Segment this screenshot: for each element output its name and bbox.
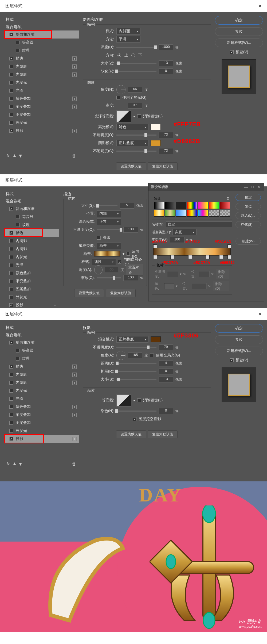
ge-save-button[interactable]: 存储(S)... (235, 221, 261, 228)
preset-swatch[interactable] (154, 202, 164, 209)
checkbox-icon[interactable] (16, 215, 19, 219)
highlight-dropdown[interactable]: 滤色 (116, 124, 148, 130)
shadow-color-swatch[interactable] (151, 336, 161, 342)
highlight-color-swatch[interactable] (151, 124, 161, 130)
checkbox-icon[interactable] (9, 287, 13, 291)
effect-outer-glow[interactable]: 外发光 (4, 119, 79, 127)
opacity-s-slider[interactable] (116, 151, 156, 152)
stop-color-swatch[interactable] (164, 283, 174, 289)
effect-contour[interactable]: 等高线 (4, 213, 59, 221)
checkbox-icon[interactable] (9, 73, 13, 76)
checkbox-icon[interactable] (9, 33, 13, 36)
add-icon[interactable]: + (72, 129, 77, 133)
distance-input[interactable]: 4 (159, 361, 173, 366)
contour-picker[interactable] (116, 110, 131, 122)
smooth-input[interactable]: 100 (170, 237, 184, 243)
preset-swatch[interactable] (154, 210, 164, 217)
checkbox-icon[interactable] (9, 397, 13, 401)
set-default-button[interactable]: 设置为默认值 (116, 162, 146, 170)
preset-swatch[interactable] (198, 202, 208, 209)
method-dropdown[interactable]: 平滑 (116, 36, 140, 43)
angle-dial[interactable] (116, 351, 125, 360)
styles-header[interactable]: 样式 (4, 190, 59, 198)
checkbox-icon[interactable] (9, 239, 13, 243)
effect-texture[interactable]: 纹理 (4, 221, 59, 229)
effect-satin[interactable]: 光泽 (4, 261, 59, 269)
blend-dropdown[interactable]: 正片叠底 (116, 336, 148, 343)
cancel-button[interactable]: 复位 (215, 335, 263, 344)
shadow-color-swatch[interactable] (151, 140, 161, 146)
checkbox-icon[interactable] (9, 295, 13, 299)
opacity-input[interactable]: 79 (159, 344, 173, 350)
add-icon[interactable]: + (53, 239, 57, 243)
preview-checkbox[interactable] (230, 50, 234, 54)
knockout-checkbox[interactable] (133, 417, 136, 421)
antialias-checkbox[interactable] (137, 114, 141, 118)
style-dropdown[interactable]: 内斜面 (116, 28, 140, 34)
spread-slider[interactable] (116, 371, 156, 372)
ok-button[interactable]: 确定 (215, 324, 263, 333)
effect-inner-shadow[interactable]: 内阴影+ (4, 63, 79, 71)
color-stop[interactable] (188, 255, 192, 259)
scale-input[interactable]: 100 (123, 275, 138, 281)
add-icon[interactable]: + (72, 437, 77, 441)
effect-color-overlay[interactable]: 颜色叠加+ (4, 95, 79, 103)
ge-ok-button[interactable]: 确定 (235, 194, 261, 201)
add-icon[interactable]: + (72, 72, 77, 77)
checkbox-icon[interactable] (9, 89, 13, 93)
checkbox-icon[interactable] (16, 357, 19, 361)
preset-swatch[interactable] (187, 210, 197, 217)
add-icon[interactable]: + (53, 247, 57, 251)
soften-slider[interactable] (116, 71, 156, 72)
add-icon[interactable]: + (72, 373, 77, 377)
opacity-slider[interactable] (97, 229, 121, 230)
checkbox-icon[interactable] (9, 373, 13, 377)
checkbox-icon[interactable] (16, 41, 19, 44)
effect-bevel[interactable]: 斜面和浮雕 (4, 30, 79, 39)
add-icon[interactable]: + (72, 413, 77, 417)
effect-drop-shadow[interactable]: 投影+ (4, 127, 79, 135)
contour-picker[interactable] (116, 394, 131, 407)
angle-dial[interactable] (116, 85, 125, 94)
add-icon[interactable]: + (72, 105, 77, 109)
effect-outer-glow[interactable]: 外发光 (4, 427, 79, 435)
opacity-stop[interactable] (153, 244, 157, 248)
trash-icon[interactable]: 🗑 (72, 462, 76, 466)
effect-drop-shadow[interactable]: 投影+ (4, 435, 79, 443)
preset-swatch[interactable] (220, 202, 230, 209)
arrow-up-icon[interactable]: ⯅ (13, 462, 17, 466)
add-icon[interactable]: + (72, 365, 77, 369)
depth-slider[interactable] (116, 47, 156, 48)
checkbox-icon[interactable] (9, 413, 13, 417)
checkbox-icon[interactable] (9, 129, 13, 133)
add-icon[interactable]: + (72, 97, 77, 101)
preset-swatch[interactable] (165, 210, 175, 217)
preset-swatch[interactable] (209, 202, 219, 209)
size-input[interactable]: 5 (120, 203, 134, 209)
minimize-icon[interactable]: — (243, 185, 249, 189)
checkbox-icon[interactable] (9, 405, 13, 409)
effect-stroke[interactable]: 描边+ (4, 55, 79, 63)
gradient-name-input[interactable] (166, 221, 232, 227)
checkbox-icon[interactable] (9, 429, 13, 433)
add-icon[interactable]: + (53, 271, 57, 275)
align-checkbox[interactable] (118, 260, 121, 264)
color-stop[interactable] (219, 255, 223, 259)
styles-header[interactable]: 样式 (4, 324, 79, 331)
new-style-button[interactable]: 新建样式(W)... (215, 39, 263, 47)
angle-input[interactable]: 66 (128, 87, 142, 93)
size-input[interactable]: 13 (159, 60, 173, 66)
effect-inner-glow[interactable]: 内发光 (4, 253, 59, 261)
effect-stroke[interactable]: 描边+ (4, 363, 79, 371)
opacity-slider[interactable] (116, 347, 156, 348)
reset-align-button[interactable]: 重置对齐 (126, 264, 143, 276)
size-slider[interactable] (116, 63, 156, 64)
checkbox-icon[interactable] (9, 437, 13, 441)
checkbox-icon[interactable] (9, 421, 13, 425)
angle-dial[interactable] (94, 265, 103, 274)
shadow-dropdown[interactable]: 正片叠底 (116, 140, 148, 146)
checkbox-icon[interactable] (9, 113, 13, 117)
new-style-button[interactable]: 新建样式(W)... (215, 347, 263, 355)
effect-pattern-overlay[interactable]: 图案叠加 (4, 285, 59, 293)
opacity-s-input[interactable]: 73 (159, 148, 173, 154)
